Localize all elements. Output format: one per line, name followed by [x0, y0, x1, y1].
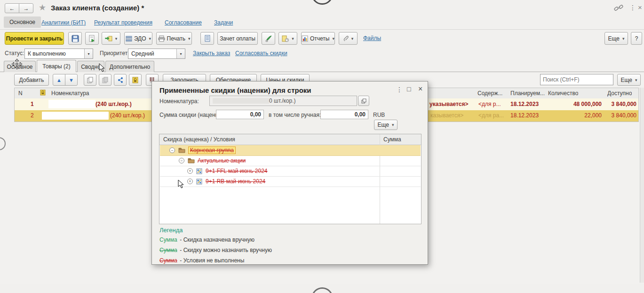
approve-discounts-link[interactable]: Согласовать скидки [235, 50, 287, 57]
add-row-button[interactable]: Добавить [14, 74, 49, 86]
create-based-on-icon [105, 35, 112, 42]
toolbar-more-button[interactable]: Еще▾ [604, 32, 628, 45]
content-cell: <для р... [478, 101, 508, 107]
discount-sum-field[interactable]: 0,00 [216, 110, 264, 119]
move-row-down-button[interactable]: ▼ [65, 74, 78, 86]
search-box: × [540, 74, 613, 85]
payment-offset-button[interactable]: Зачет оплаты [217, 32, 258, 45]
post-document-icon [88, 35, 96, 42]
copy-icon [87, 77, 93, 83]
paste-disabled-icon [102, 77, 108, 83]
tree-column-sum: Сумма [383, 136, 401, 143]
tab-additional[interactable]: Дополнительно [105, 61, 154, 72]
nav-tab-analytics[interactable]: Аналитики (БИТ) [41, 19, 86, 26]
post-and-close-button[interactable]: Провести и закрыть [5, 32, 64, 45]
censored-name [42, 112, 109, 120]
tab-goods[interactable]: Товары (2) [37, 60, 76, 72]
tree-header[interactable]: Скидка (наценка) / Условия Сумма [159, 134, 421, 145]
arrow-down-icon: ▼ [69, 77, 74, 83]
planned-date-cell: 18.12.2023 [510, 112, 539, 119]
pack-size: (240 шт./кор.) [110, 112, 145, 119]
dialog-close-icon[interactable]: × [418, 85, 422, 93]
tree-row-discount-rb[interactable]: + 9+1 RB май июнь 2024 [160, 176, 421, 187]
expand-icon[interactable]: + [187, 179, 193, 184]
save-button[interactable] [68, 32, 82, 45]
share-structure-icon [117, 77, 123, 83]
edo-button[interactable]: ЭДО▾ [124, 32, 152, 45]
censored-nomenclature [213, 98, 269, 104]
expand-icon[interactable]: + [187, 168, 193, 174]
status-select-caret-icon[interactable]: ▾ [84, 49, 93, 58]
open-nomenclature-button[interactable] [358, 96, 369, 106]
manual-sum-field[interactable]: 0,00 [320, 110, 368, 119]
tree-row-discount-ffl[interactable]: + 9+1 FFL май июнь 2024 [160, 166, 421, 177]
priority-select[interactable]: Средний ▾ [128, 49, 185, 59]
close-order-link[interactable]: Закрыть заказ [193, 50, 230, 57]
arrow-up-icon: ▲ [56, 77, 62, 83]
forward-icon: → [24, 5, 29, 12]
legend-item: Сумма - Скидку можно назначить вручную [159, 247, 421, 253]
nav-tab-posting-result[interactable]: Результат проведения [94, 19, 152, 26]
get-link-icon[interactable] [614, 5, 623, 11]
legend-term-not-met: Сумма [159, 257, 178, 264]
paste-row-button[interactable] [99, 74, 111, 86]
dialog-nomenclature-field[interactable]: 0 шт./кор.) [209, 96, 357, 106]
help-button[interactable]: ? [631, 32, 642, 45]
column-planned: Планируем... [510, 90, 545, 97]
content-cell: <для ра... [478, 112, 508, 119]
files-link[interactable]: Файлы [363, 35, 381, 41]
manual-sum-value: 0,00 [355, 111, 366, 118]
document-list-icon [205, 35, 210, 42]
create-based-on-button[interactable]: ▾ [102, 32, 120, 45]
items-more-button[interactable]: Еще▾ [617, 74, 641, 86]
forward-button[interactable]: → [19, 3, 33, 13]
tree-row-current-promos[interactable]: − Актуальные акции [160, 155, 421, 166]
not-specified-cell: казывается> [430, 112, 463, 119]
dialog-maximize-icon[interactable]: □ [407, 85, 411, 93]
dialog-menu-kebab-icon[interactable]: ⋮ [396, 86, 403, 93]
legend-desc: - Скидку можно назначить вручную [180, 247, 272, 253]
planned-date-cell: 18.12.2023 [510, 101, 539, 107]
caret-down-icon: ▾ [115, 36, 118, 41]
window-close-icon[interactable]: × [638, 3, 642, 11]
manual-sum-label: в том числе ручная: [269, 112, 321, 118]
reminder-button[interactable]: ▾ [278, 32, 297, 45]
discount-icon [196, 168, 203, 174]
legend-item: Сумма - Условия не выполнены [159, 257, 421, 264]
edo-icon [126, 36, 132, 41]
tree-item-label: 9+1 FFL май июнь 2024 [206, 168, 267, 174]
sign-button[interactable] [262, 32, 275, 45]
nav-tab-tasks[interactable]: Задачи [214, 19, 233, 26]
nav-tab-approval[interactable]: Согласование [165, 19, 202, 26]
search-input[interactable] [541, 74, 618, 85]
caret-down-icon: ▾ [392, 122, 394, 127]
open-form-icon [361, 98, 366, 104]
caret-down-icon: ▾ [149, 36, 151, 41]
subordination-structure-button[interactable] [200, 32, 214, 45]
lock-rows-button[interactable] [129, 74, 142, 86]
caret-down-icon: ▾ [351, 36, 354, 41]
print-button[interactable]: Печать▾ [156, 32, 192, 45]
attachments-button[interactable]: ▾ [339, 32, 358, 45]
dialog-more-button[interactable]: Еще▾ [374, 120, 398, 130]
nav-tab-main[interactable]: Основное [4, 16, 41, 28]
vertical-scrollbar[interactable] [640, 88, 644, 283]
copy-row-button[interactable] [84, 74, 96, 86]
post-document-button[interactable] [85, 32, 99, 45]
priority-select-caret-icon[interactable]: ▾ [176, 49, 185, 58]
status-select[interactable]: К выполнению ▾ [24, 49, 93, 59]
reports-button[interactable]: Отчеты▾ [301, 32, 335, 45]
favorite-star-icon[interactable]: ★ [39, 2, 46, 13]
available-cell: 3 840,000 [604, 101, 636, 107]
move-row-up-button[interactable]: ▲ [53, 74, 65, 86]
structure-button[interactable] [114, 74, 127, 86]
discounts-tree: Скидка (наценка) / Условия Сумма − Корне… [159, 134, 421, 224]
window-menu-kebab-icon[interactable]: ⋮ [629, 4, 636, 11]
legend-term-can-manual: Сумма [159, 247, 178, 253]
back-icon: ← [9, 5, 15, 12]
save-icon [72, 35, 79, 42]
collapse-icon[interactable]: − [169, 147, 175, 153]
tree-row-root-group[interactable]: − Корневая группа [160, 145, 421, 156]
back-button[interactable]: ← [5, 3, 19, 13]
collapse-icon[interactable]: − [179, 158, 184, 163]
